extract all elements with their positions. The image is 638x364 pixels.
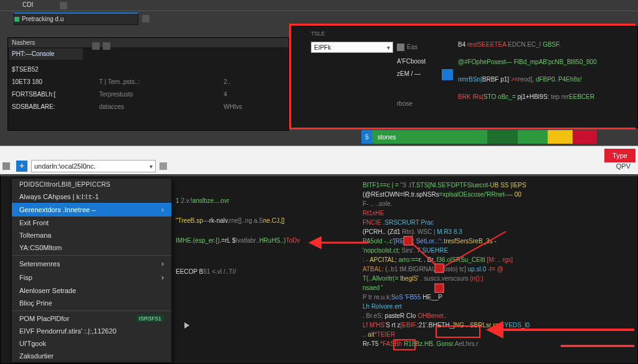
context-menu-item-setenmenres[interactable]: Setenmenres [12,257,171,271]
code-line: EECOP B51 <.vl /..T// [173,268,358,276]
context-menu-item-label: Exit Front [19,219,49,226]
code-line: FNCIE .SRSCRURT Prac [360,218,638,227]
code-line: 1 2.v.!anslbze....ovr [173,197,358,205]
toolbar-icon-1[interactable] [60,2,67,9]
code-line: B4 restSEEETEA EDCN.EC_I GBSF. [455,40,635,49]
browser-right-label: QPV [616,162,631,170]
tab-icon [14,17,19,22]
code-line: nmrBSn|BRBF p1] >=reod], dFBP0. P4Eh8s! [455,75,635,84]
new-tab-plus[interactable]: + [16,161,27,172]
status-seg-label: stones [378,134,396,141]
left-panel-row: 10ET3 180T | Tern..psts..:2.. [8,76,288,88]
block-icon [442,69,453,80]
context-menu-item-label: Always CAhpses | k:I:l:t:-1 [19,193,99,200]
right-code-panel: BITF1==c | = "3 .tT.STS[Nl.SE'FDPTFSluec… [360,178,638,364]
context-menu-item-eivf-pendor[interactable]: EIVF Pendorruf.stirs' :.|:,112620 [12,325,171,337]
context-menu-item-label: Tolternana [19,231,51,239]
tab-title: Pretracking d.u [22,16,64,22]
code-dropdown[interactable]: EIPFk [311,42,393,53]
status-seg-gray [597,130,636,144]
toolbar-left-label: CDI [22,1,33,8]
address-bar[interactable]: undarln:\ocal25l0nc. [31,160,156,172]
context-menu-item-zaksdurtier[interactable]: Zaksdurtier [12,350,171,362]
status-seg-yellow [548,130,573,144]
context-menu-separator [12,310,171,311]
code-line: .. ait*TEIER [360,330,638,339]
code-line: ATBAL: (..b1 tM.BIGRNAU-mosto) tc] up.sl… [360,265,638,274]
chevron-right-icon [161,205,164,214]
context-menu-item-alenloserr[interactable]: Alenloserr Setrade [12,284,171,297]
status-left-badge: 5 [365,134,369,141]
context-menu-item-label: Ul'Tgook [19,340,46,347]
code-line: : - APCITAL; arro:==r. . Br..f36.olSRSu_… [360,256,638,264]
code-line: T(..Allvoritr(= lbeglS' . suscs.verscsur… [360,274,638,283]
console-tab[interactable]: PHT:—Console [9,49,83,60]
nav-icon-1[interactable] [2,162,10,170]
context-menu-badge: ISRSF51 [136,315,164,322]
context-menu-item-gere-nextdors[interactable]: Gerenextdors .Innetree – [12,203,171,217]
code-line: Lh Rolvore.ert [360,302,638,311]
code-line: IMHE.(esp_er.{).=rL $Ivatlabr..HRuHS..)T… [173,236,358,245]
left-panel-row: FORTSBABLh:[Terprestusts4 [8,88,288,101]
context-menu-item-yacs0mltom[interactable]: YA:CS0Mltom [12,241,171,254]
status-seg-green[interactable]: stones [373,130,487,144]
code-line: "TreeB.sp---rk-nalv.rne[]..ng a.Sne.CJ,[… [173,217,358,225]
context-menu-item-label: POM PlacPlDfor [19,315,69,322]
code-top-tab: TSLE [311,30,325,37]
tab-new-icon[interactable] [142,15,150,22]
context-menu-item-pom-placr[interactable]: POM PlacPlDforISRSF51 [12,312,171,325]
code-dropdown-value: EIPFk [314,44,331,51]
code-line: @#FOphePosest— FlBd_mpAB'pcNB_Bl850_800 [455,58,635,67]
nav-icon-2[interactable] [160,162,167,170]
context-menu: PDIDSCItIrorLBI8_IEPPICCRS Always CAhpse… [11,178,172,363]
context-menu-item-label: Setenmenres [19,260,60,268]
console-tab-label: PHT:—Console [12,50,54,57]
code-line: 'nopclsolst.ct; Sirs'. 7 SUEHRE [360,246,638,255]
window-tab[interactable]: Pretracking d.u [14,12,138,25]
code-line: PA5old -..c'[REBK: SétLor..:':.tresfSers… [360,237,638,246]
address-chevron-icon [150,162,153,170]
code-label-c: rbose [397,100,412,107]
code-dropdown-side: Eas [407,44,417,50]
context-menu-separator [12,255,171,256]
context-menu-item-exit-front[interactable]: Exit Front [12,217,171,229]
code-line: Rr-T5 *FASBh R18Bz.HB. Gonsr.AeLhrs.r [360,340,638,348]
context-menu-item-ulp-gook[interactable]: Ul'Tgook [12,337,171,350]
code-label-b: zEM / — [397,70,421,77]
top-toolbar: CDI [0,0,638,11]
context-menu-item-label: Zaksdurtier [19,352,54,360]
mid-code-panel: 1 2.v.!anslbze....ovr"TreeB.sp---rk-nalv… [173,178,358,364]
code-label-a: A'FCboost [397,58,426,65]
code-line: Rt1xHE [360,209,638,218]
left-panel-title: Nashers [8,38,288,47]
context-menu-item-label: Fisp [19,274,32,281]
chevron-right-icon [161,273,164,282]
code-line: P tr re.u.k;SoS 'FB55 HE__P [360,293,638,302]
status-strip: 5 stones [361,130,636,144]
address-bar-value: undarln:\ocal25l0nc. [34,162,95,170]
context-menu-item-bloa-prine[interactable]: Blioç Prine [12,297,171,309]
context-menu-item-label: Blioç Prine [19,299,52,307]
left-panel-row: $TSEB52 [8,63,288,76]
context-menu-item-tolternana[interactable]: Tolternana [12,229,171,241]
chevron-down-icon [387,44,390,51]
play-icon[interactable] [184,322,189,329]
code-line: Lf M'HS'S rt z[EBIF.:21'.BHETH_]NG-. SBR… [360,321,638,330]
status-seg-blue[interactable]: 5 [361,130,373,144]
context-menu-item-label: Gerenextdors .Innetree – [19,206,95,213]
context-menu-item-label: YA:CS0Mltom [19,244,62,251]
left-panel-row: SDSBABLARE:dataccesWHIvs [8,101,288,113]
left-panel: Nashers PHT:—Console $TSEB5210ET3 180T |… [7,37,289,131]
chevron-right-icon [161,259,164,268]
status-seg-green2 [518,130,548,144]
code-dropdown-side-icon[interactable] [397,44,404,51]
context-menu-item-fisp[interactable]: Fisp [12,271,171,284]
code-top-panel: TSLE EIPFk Eas A'FCboost zEM / — rbose B… [292,26,638,128]
status-seg-dark [487,130,517,144]
browser-chrome: Type + undarln:\ocal25l0nc. QPV [0,146,638,174]
context-menu-item-always-capses[interactable]: Always CAhpses | k:I:l:t:-1 [12,190,171,203]
code-line: . Br.eS; pasteR CIo OHBenet.. [360,312,638,320]
context-menu-item-label: EIVF Pendorruf.stirs' :.|:,112620 [19,327,117,335]
code-line: nsaed ' [360,284,638,292]
context-menu-header: PDIDSCItIrorLBI8_IEPPICCRS [12,179,171,190]
